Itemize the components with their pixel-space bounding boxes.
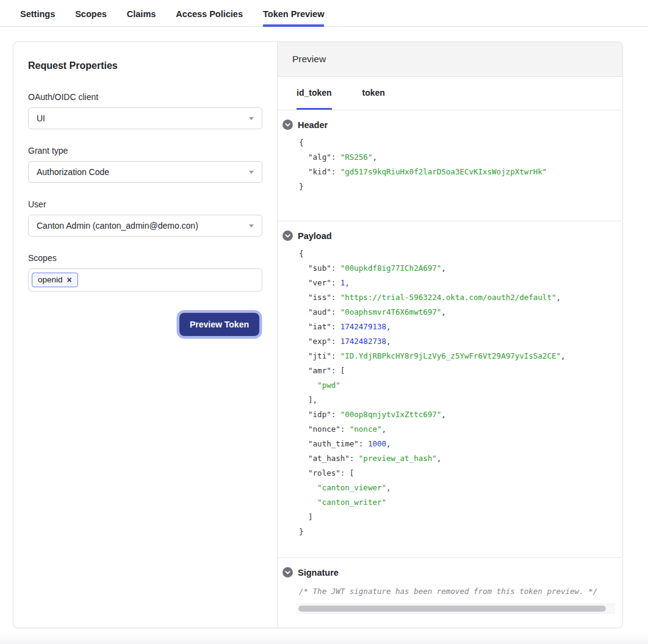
header-json-code: { "alg": "RS256", "kid": "gd517s9kqRiuHx…: [299, 135, 615, 194]
form-fields: OAuth/OIDC clientUIGrant typeAuthorizati…: [28, 92, 262, 237]
section-title: Payload: [298, 231, 332, 241]
code-line: "idp": "00op8qnjytvIxZttc697",: [299, 407, 615, 422]
top-tabs: SettingsScopesClaimsAccess PoliciesToken…: [0, 0, 648, 27]
oauth-client-label: OAuth/OIDC client: [28, 92, 262, 102]
preview-panel: Preview id_tokentoken Header { "alg": "R…: [277, 42, 623, 628]
scope-chip-openid: openid×: [32, 273, 78, 287]
oauth-client-select[interactable]: UI: [28, 107, 262, 129]
code-line: "sub": "00upkdf8ig77ICh2A697",: [299, 261, 615, 276]
code-line: "ver": 1,: [299, 276, 615, 290]
signature-scrollbar-thumb[interactable]: [298, 606, 606, 612]
code-line: "pwd": [299, 378, 615, 393]
tab-access-policies[interactable]: Access Policies: [176, 0, 243, 26]
code-line: }: [299, 179, 615, 194]
grant-type-label: Grant type: [28, 146, 262, 156]
chevron-down-circle-icon: [283, 567, 293, 578]
signature-scrollbar-track: [297, 604, 615, 614]
code-line: "roles": [: [299, 466, 615, 481]
user-select[interactable]: Canton Admin (canton_admin@demo.con): [28, 215, 262, 237]
scopes-label: Scopes: [28, 253, 262, 263]
grant-type-select[interactable]: Authorization Code: [28, 161, 262, 183]
field-grant-type: Grant typeAuthorization Code: [28, 146, 262, 183]
code-line: "at_hash": "preview_at_hash",: [299, 451, 615, 466]
code-line: }: [299, 524, 615, 539]
signature-removed-comment: /* The JWT signature has been removed fr…: [299, 587, 615, 596]
code-line: ]: [299, 510, 615, 524]
code-line: "iat": 1742479138,: [299, 320, 615, 334]
code-line: "exp": 1742482738,: [299, 334, 615, 349]
section-title: Signature: [298, 568, 339, 578]
scopes-input[interactable]: openid×: [28, 268, 262, 292]
chevron-down-icon: [249, 117, 254, 120]
section-payload-head[interactable]: Payload: [283, 231, 615, 241]
code-line: {: [299, 135, 615, 150]
field-oauth-client: OAuth/OIDC clientUI: [28, 92, 262, 129]
request-properties-title: Request Properties: [28, 60, 262, 71]
page-bottom-strip: [0, 633, 648, 644]
section-header: Header { "alg": "RS256", "kid": "gd517s9…: [278, 110, 623, 221]
user-value: Canton Admin (canton_admin@demo.con): [37, 221, 198, 231]
request-properties-panel: Request Properties OAuth/OIDC clientUIGr…: [13, 42, 277, 628]
chevron-down-icon: [249, 171, 254, 174]
remove-scope-icon[interactable]: ×: [67, 276, 72, 284]
section-signature: Signature /* The JWT signature has been …: [278, 558, 623, 628]
preview-token-button[interactable]: Preview Token: [179, 313, 259, 336]
chevron-down-circle-icon: [283, 231, 293, 241]
section-payload: Payload { "sub": "00upkdf8ig77ICh2A697",…: [278, 221, 623, 558]
preview-title: Preview: [292, 54, 326, 65]
scope-chip-label: openid: [38, 275, 63, 284]
code-line: "canton_viewer",: [299, 481, 615, 495]
button-row: Preview Token: [28, 310, 262, 339]
token-preview-card: Request Properties OAuth/OIDC clientUIGr…: [13, 41, 623, 628]
code-line: ],: [299, 393, 615, 407]
code-line: "aud": "0oaphsmvr4T6X6mwt697",: [299, 305, 615, 320]
section-signature-head[interactable]: Signature: [283, 567, 615, 578]
tab-id-token[interactable]: id_token: [297, 77, 332, 110]
field-scopes: Scopes openid×: [28, 253, 262, 292]
code-line: "amr": [: [299, 363, 615, 378]
tab-scopes[interactable]: Scopes: [75, 0, 107, 26]
tab-token-preview[interactable]: Token Preview: [263, 0, 324, 26]
token-type-tabs: id_tokentoken: [278, 77, 623, 110]
code-line: "canton_writer": [299, 495, 615, 510]
section-header-head[interactable]: Header: [283, 120, 615, 130]
code-line: "kid": "gd517s9kqRiuHx0f2larDSoa3ECvKIxs…: [299, 165, 615, 179]
tab-token[interactable]: token: [362, 77, 385, 110]
field-user: UserCanton Admin (canton_admin@demo.con): [28, 199, 262, 237]
tab-claims[interactable]: Claims: [127, 0, 156, 26]
oauth-client-value: UI: [37, 113, 45, 123]
code-line: "auth_time": 1000,: [299, 437, 615, 451]
code-line: "nonce": "nonce",: [299, 422, 615, 437]
payload-json-code: { "sub": "00upkdf8ig77ICh2A697", "ver": …: [299, 246, 615, 539]
tab-settings[interactable]: Settings: [20, 0, 55, 26]
grant-type-value: Authorization Code: [37, 167, 109, 177]
section-title: Header: [298, 120, 328, 130]
user-label: User: [28, 199, 262, 209]
code-line: "alg": "RS256",: [299, 150, 615, 165]
chevron-down-icon: [249, 224, 254, 227]
preview-panel-header: Preview: [278, 42, 623, 77]
code-line: "iss": "https://trial-5963224.okta.com/o…: [299, 290, 615, 305]
chevron-down-circle-icon: [283, 120, 293, 130]
code-line: {: [299, 246, 615, 261]
code-line: "jti": "ID.YdjRBPkcHY8r9jLzVy6_z5YwFr6Vt…: [299, 349, 615, 363]
